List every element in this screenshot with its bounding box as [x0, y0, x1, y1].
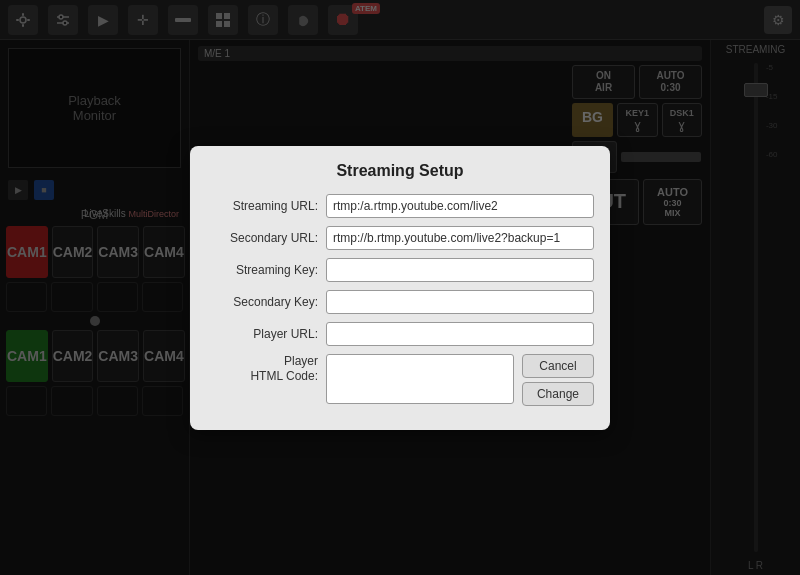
modal-overlay: Streaming Setup Streaming URL: Secondary… [0, 0, 800, 575]
cancel-button[interactable]: Cancel [522, 354, 594, 378]
secondary-url-row: Secondary URL: [206, 226, 594, 250]
streaming-setup-modal: Streaming Setup Streaming URL: Secondary… [190, 146, 610, 430]
change-button[interactable]: Change [522, 382, 594, 406]
secondary-url-input[interactable] [326, 226, 594, 250]
player-html-row: Player HTML Code: Cancel Change [206, 354, 594, 406]
streaming-key-row: Streaming Key: [206, 258, 594, 282]
player-url-input[interactable] [326, 322, 594, 346]
streaming-key-label: Streaming Key: [206, 263, 326, 277]
streaming-key-input[interactable] [326, 258, 594, 282]
secondary-key-input[interactable] [326, 290, 594, 314]
secondary-key-label: Secondary Key: [206, 295, 326, 309]
secondary-key-row: Secondary Key: [206, 290, 594, 314]
secondary-url-label: Secondary URL: [206, 231, 326, 245]
streaming-url-label: Streaming URL: [206, 199, 326, 213]
streaming-url-row: Streaming URL: [206, 194, 594, 218]
player-html-label: Player HTML Code: [206, 354, 326, 385]
player-url-row: Player URL: [206, 322, 594, 346]
player-url-label: Player URL: [206, 327, 326, 341]
player-html-input[interactable] [326, 354, 514, 404]
streaming-url-input[interactable] [326, 194, 594, 218]
modal-buttons: Cancel Change [522, 354, 594, 406]
modal-title: Streaming Setup [206, 162, 594, 180]
